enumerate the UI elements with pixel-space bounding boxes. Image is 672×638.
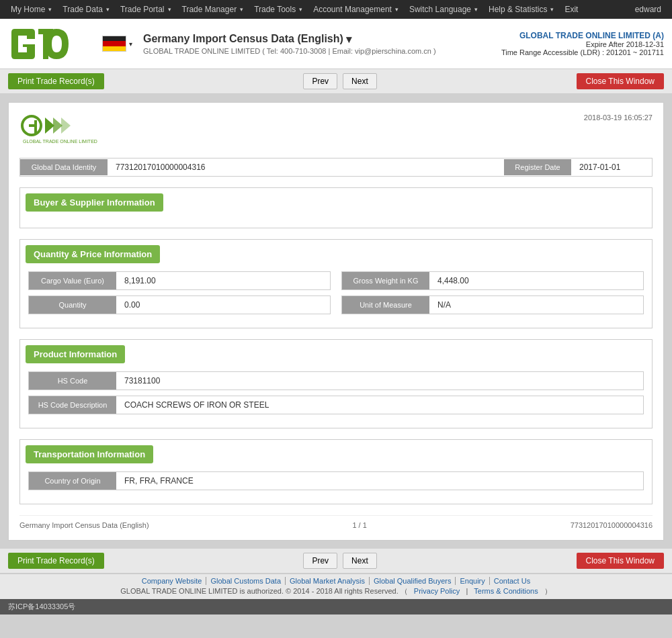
flag-dropdown[interactable]: ▾: [129, 40, 132, 48]
quantity-price-header: Quantity & Price Information: [26, 245, 160, 263]
transport-body: Country of Origin FR, FRA, FRANCE: [20, 469, 652, 504]
close-button-top[interactable]: Close This Window: [577, 73, 664, 89]
country-flag-area[interactable]: ▾: [102, 36, 132, 52]
cargo-value-label: Cargo Value (Euro): [29, 272, 116, 289]
hs-code-value: 73181100: [116, 372, 643, 390]
company-name: GLOBAL TRADE ONLINE LIMITED (A): [501, 31, 664, 40]
nav-trade-data[interactable]: Trade Data ▾: [57, 0, 115, 19]
prev-button-bottom[interactable]: Prev: [303, 553, 337, 569]
header-right: GLOBAL TRADE ONLINE LIMITED (A) Expire A…: [501, 31, 664, 56]
top-navigation: My Home ▾ Trade Data ▾ Trade Portal ▾ Tr…: [0, 0, 672, 19]
hs-code-desc-value: COACH SCREWS OF IRON OR STEEL: [116, 396, 643, 414]
nav-my-home[interactable]: My Home ▾: [5, 0, 57, 19]
footer-link-contact[interactable]: Contact Us: [490, 577, 534, 585]
footer-title: Germany Import Census Data (English): [19, 521, 149, 529]
header-title-area: Germany Import Census Data (English) ▾ G…: [143, 33, 501, 55]
footer-link-company[interactable]: Company Website: [138, 577, 207, 585]
time-range: Time Range Accessible (LDR) : 201201 ~ 2…: [501, 48, 664, 56]
footer-privacy[interactable]: Privacy Policy: [410, 587, 464, 595]
footer-link-market[interactable]: Global Market Analysis: [286, 577, 370, 585]
hs-code-desc-row: HS Code Description COACH SCREWS OF IRON…: [28, 396, 644, 414]
top-toolbar: Print Trade Record(s) Prev Next Close Th…: [0, 69, 672, 94]
footer-terms[interactable]: Terms & Conditions: [470, 587, 542, 595]
product-info-section: Product Information HS Code 73181100 HS …: [19, 339, 653, 428]
chevron-down-icon: ▾: [474, 6, 478, 13]
record-logo: GLOBAL TRADE ONLINE LIMITED: [19, 113, 107, 147]
global-data-identity-row: Global Data Identity 7731201701000000431…: [19, 158, 653, 177]
icp-bar: 苏ICP备14033305号: [0, 599, 672, 614]
hs-code-desc-label: HS Code Description: [29, 396, 116, 414]
register-date-label: Register Date: [504, 159, 571, 175]
footer-link-customs[interactable]: Global Customs Data: [206, 577, 286, 585]
footer-links: Company Website Global Customs Data Glob…: [8, 577, 664, 585]
germany-flag: [102, 36, 126, 52]
nav-help-statistics[interactable]: Help & Statistics ▾: [483, 0, 559, 19]
bottom-toolbar: Print Trade Record(s) Prev Next Close Th…: [0, 549, 672, 574]
transport-header: Transportation Information: [26, 445, 153, 463]
buyer-supplier-body: [20, 217, 652, 228]
hs-code-row: HS Code 73181100: [28, 371, 644, 390]
chevron-down-icon: ▾: [395, 6, 398, 13]
register-date-value: 2017-01-01: [571, 158, 652, 176]
nav-account-management[interactable]: Account Management ▾: [308, 0, 404, 19]
footer-link-enquiry[interactable]: Enquiry: [456, 577, 489, 585]
company-logo: GLOBAL TRADE ONLINE LIMITED: [8, 26, 82, 62]
cargo-value-value: 8,191.00: [116, 272, 330, 289]
svg-rect-7: [34, 120, 37, 135]
transport-section: Transportation Information Country of Or…: [19, 439, 653, 504]
product-info-body: HS Code 73181100 HS Code Description COA…: [20, 369, 652, 428]
prev-button-top[interactable]: Prev: [303, 73, 337, 89]
chevron-down-icon: ▾: [106, 6, 110, 13]
footer-id: 77312017010000004316: [571, 521, 653, 529]
footer-page: 1 / 1: [352, 521, 366, 529]
next-button-top[interactable]: Next: [343, 73, 377, 89]
product-info-header: Product Information: [26, 345, 125, 363]
nav-switch-language[interactable]: Switch Language ▾: [404, 0, 483, 19]
buyer-supplier-header: Buyer & Supplier Information: [26, 193, 163, 212]
record-card: GLOBAL TRADE ONLINE LIMITED 2018-03-19 1…: [8, 102, 664, 541]
chevron-down-icon: ▾: [299, 6, 302, 13]
print-button-top[interactable]: Print Trade Record(s): [8, 73, 104, 89]
global-data-identity-label: Global Data Identity: [20, 159, 108, 175]
user-label: edward: [630, 5, 667, 14]
gross-weight-label: Gross Weight in KG: [342, 272, 429, 289]
buyer-supplier-section: Buyer & Supplier Information: [19, 187, 653, 228]
chevron-down-icon: ▾: [48, 6, 52, 13]
nav-trade-tools[interactable]: Trade Tools ▾: [249, 0, 308, 19]
record-footer: Germany Import Census Data (English) 1 /…: [19, 515, 653, 529]
icp-text: 苏ICP备14033305号: [8, 602, 75, 612]
record-timestamp: 2018-03-19 16:05:27: [584, 113, 653, 122]
nav-exit[interactable]: Exit: [559, 0, 583, 19]
close-button-bottom[interactable]: Close This Window: [577, 553, 664, 569]
gross-weight-row: Gross Weight in KG 4,448.00: [341, 271, 644, 290]
page-footer: Company Website Global Customs Data Glob…: [0, 574, 672, 599]
logo-area: GLOBAL TRADE ONLINE LIMITED ▾: [8, 26, 132, 62]
quantity-unit-row: Quantity 0.00 Unit of Measure N/A: [28, 295, 644, 314]
quantity-price-section: Quantity & Price Information Cargo Value…: [19, 239, 653, 328]
footer-link-buyers[interactable]: Global Qualified Buyers: [370, 577, 456, 585]
cargo-value-row: Cargo Value (Euro) 8,191.00: [28, 271, 331, 290]
nav-trade-manager[interactable]: Trade Manager ▾: [177, 0, 249, 19]
record-header: GLOBAL TRADE ONLINE LIMITED 2018-03-19 1…: [19, 113, 653, 147]
title-dropdown-icon[interactable]: ▾: [346, 33, 351, 46]
chevron-down-icon: ▾: [168, 6, 171, 13]
footer-copyright: GLOBAL TRADE ONLINE LIMITED is authorize…: [8, 586, 664, 596]
next-button-bottom[interactable]: Next: [343, 553, 377, 569]
quantity-row: Quantity 0.00: [28, 295, 331, 314]
unit-measure-label: Unit of Measure: [342, 296, 429, 314]
quantity-price-body: Cargo Value (Euro) 8,191.00 Gross Weight…: [20, 269, 652, 328]
main-content: GLOBAL TRADE ONLINE LIMITED 2018-03-19 1…: [0, 94, 672, 549]
country-origin-value: FR, FRA, FRANCE: [116, 472, 643, 490]
nav-trade-portal[interactable]: Trade Portal ▾: [115, 0, 177, 19]
header-subtitle: GLOBAL TRADE ONLINE LIMITED ( Tel: 400-7…: [143, 47, 501, 55]
cargo-gross-row: Cargo Value (Euro) 8,191.00 Gross Weight…: [28, 271, 644, 290]
country-origin-label: Country of Origin: [29, 472, 116, 490]
print-button-bottom[interactable]: Print Trade Record(s): [8, 553, 104, 569]
gross-weight-value: 4,448.00: [429, 272, 643, 289]
svg-text:GLOBAL TRADE ONLINE LIMITED: GLOBAL TRADE ONLINE LIMITED: [23, 139, 97, 144]
page-title: Germany Import Census Data (English) ▾: [143, 33, 501, 46]
quantity-value: 0.00: [116, 296, 330, 314]
chevron-down-icon: ▾: [550, 6, 554, 13]
country-origin-row: Country of Origin FR, FRA, FRANCE: [28, 471, 644, 490]
unit-measure-value: N/A: [429, 296, 643, 314]
